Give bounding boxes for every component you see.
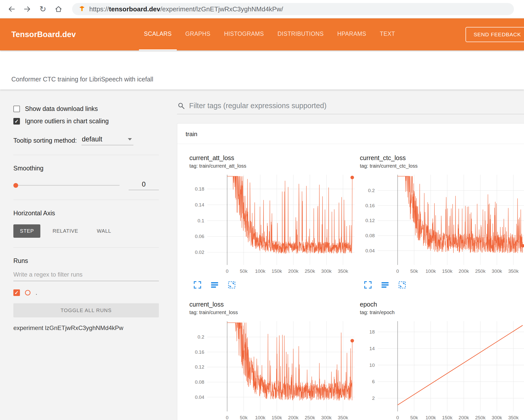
show-download-links-label: Show data download links	[25, 105, 98, 112]
run-name[interactable]: .	[36, 289, 37, 296]
fit-domain-icon[interactable]	[228, 281, 236, 289]
svg-text:250k: 250k	[475, 268, 486, 274]
svg-text:14: 14	[369, 346, 375, 351]
svg-text:0.1: 0.1	[198, 218, 204, 223]
chart-tag: tag: train/current_ctc_loss	[360, 163, 524, 169]
address-bar[interactable]: https://tensorboard.dev/experiment/lzGnE…	[72, 3, 514, 15]
tab-histograms[interactable]: HISTOGRAMS	[219, 18, 269, 50]
svg-text:18: 18	[369, 329, 375, 335]
svg-text:0.2: 0.2	[368, 188, 375, 193]
svg-text:200k: 200k	[288, 268, 299, 274]
svg-text:300k: 300k	[321, 415, 332, 420]
svg-text:0: 0	[226, 268, 228, 274]
svg-text:150k: 150k	[272, 415, 282, 420]
svg-text:250k: 250k	[305, 268, 315, 274]
run-checkbox[interactable]: ✓	[13, 289, 20, 296]
svg-text:150k: 150k	[272, 268, 282, 274]
svg-text:0.2: 0.2	[198, 334, 204, 340]
svg-text:0.14: 0.14	[195, 202, 204, 207]
axis-wall-button[interactable]: WALL	[90, 224, 118, 238]
svg-text:100k: 100k	[425, 268, 436, 274]
fit-domain-icon[interactable]	[398, 281, 406, 289]
ignore-outliers-label: Ignore outliers in chart scaling	[25, 117, 109, 125]
svg-text:100k: 100k	[425, 415, 436, 420]
chart-plot[interactable]: 0.020.060.10.140.18050k100k150k200k250k3…	[189, 173, 360, 278]
svg-text:0.02: 0.02	[195, 250, 204, 255]
chart-epoch: epoch tag: train/epoch 26101418050k100k1…	[360, 301, 524, 420]
slider-thumb[interactable]	[13, 183, 18, 188]
svg-text:0.04: 0.04	[195, 395, 204, 400]
tab-text[interactable]: TEXT	[375, 18, 400, 50]
browser-toolbar: ↻ https://tensorboard.dev/experiment/lzG…	[0, 0, 524, 18]
show-download-links-checkbox[interactable]: ✓	[13, 106, 20, 112]
tag-group-title[interactable]: train	[177, 124, 524, 144]
divider	[13, 200, 159, 200]
runs-selector-icon[interactable]	[381, 281, 389, 289]
tab-distributions[interactable]: DISTRIBUTIONS	[273, 18, 329, 50]
tab-graphs[interactable]: GRAPHS	[180, 18, 216, 50]
svg-text:100k: 100k	[255, 415, 266, 420]
smoothing-label: Smoothing	[13, 165, 159, 172]
chart-current-ctc-loss: current_ctc_loss tag: train/current_ctc_…	[360, 154, 524, 289]
smoothing-slider-row: 0	[13, 181, 159, 190]
tooltip-sorting-select[interactable]: default	[81, 135, 133, 145]
svg-text:250k: 250k	[475, 415, 486, 420]
svg-text:150k: 150k	[442, 268, 453, 274]
toggle-all-runs-button[interactable]: TOGGLE ALL RUNS	[13, 303, 159, 317]
chart-current-loss: current_loss tag: train/current_loss 0.0…	[189, 301, 360, 420]
tab-hparams[interactable]: HPARAMS	[332, 18, 371, 50]
chart-toolbar	[360, 281, 524, 289]
smoothing-value-field[interactable]: 0	[129, 181, 159, 190]
charts-grid: current_att_loss tag: train/current_att_…	[177, 144, 524, 420]
axis-step-button[interactable]: STEP	[13, 224, 40, 238]
svg-text:0.06: 0.06	[195, 234, 204, 239]
svg-text:350k: 350k	[338, 268, 348, 274]
home-icon[interactable]	[53, 4, 64, 15]
tag-filter-input[interactable]: Filter tags (regular expressions support…	[189, 102, 327, 110]
chart-title: current_att_loss	[189, 154, 360, 162]
run-row: ✓ .	[13, 289, 159, 296]
runs-regex-input[interactable]: Write a regex to filter runs	[13, 271, 159, 281]
chart-plot[interactable]: 0.040.080.120.160.2050k100k150k200k250k3…	[360, 173, 524, 278]
svg-text:100k: 100k	[255, 268, 266, 274]
axis-relative-button[interactable]: RELATIVE	[46, 224, 85, 238]
svg-text:50k: 50k	[240, 415, 248, 420]
tooltip-sorting-row: Tooltip sorting method: default	[13, 135, 159, 145]
experiment-title: Conformer CTC training for LibriSpeech w…	[11, 76, 153, 83]
svg-text:350k: 350k	[338, 415, 348, 420]
forward-icon[interactable]	[22, 4, 33, 15]
divider	[13, 155, 159, 155]
chart-tag: tag: train/current_att_loss	[189, 163, 360, 169]
back-icon[interactable]	[6, 4, 17, 15]
svg-text:350k: 350k	[508, 415, 519, 420]
experiment-subtitle-bar: Conformer CTC training for LibriSpeech w…	[0, 50, 524, 89]
horizontal-axis-label: Horizontal Axis	[13, 209, 159, 217]
svg-text:50k: 50k	[240, 268, 248, 274]
send-feedback-button[interactable]: SEND FEEDBACK	[465, 27, 524, 42]
slider-track	[15, 185, 120, 186]
expand-chart-icon[interactable]	[193, 281, 201, 289]
ignore-outliers-checkbox[interactable]: ✓	[13, 118, 20, 125]
tab-scalars[interactable]: SCALARS	[139, 18, 177, 50]
tag-group-card-train: train current_att_loss tag: train/curren…	[177, 123, 524, 420]
reload-icon[interactable]: ↻	[37, 4, 48, 15]
experiment-id: experiment lzGnETjwRxC3yghNMd4kPw	[13, 324, 159, 332]
svg-text:0: 0	[396, 268, 399, 274]
app-header: TensorBoard.dev SCALARS GRAPHS HISTOGRAM…	[0, 18, 524, 50]
horizontal-axis-buttons: STEP RELATIVE WALL	[13, 224, 159, 238]
svg-text:250k: 250k	[305, 415, 315, 420]
runs-label: Runs	[13, 257, 159, 264]
runs-selector-icon[interactable]	[211, 281, 219, 289]
svg-text:200k: 200k	[459, 415, 469, 420]
svg-text:2: 2	[372, 396, 375, 401]
smoothing-slider[interactable]	[13, 183, 120, 188]
expand-chart-icon[interactable]	[364, 281, 372, 289]
chart-tag: tag: train/current_loss	[189, 309, 360, 316]
svg-text:200k: 200k	[459, 268, 469, 274]
svg-text:200k: 200k	[288, 415, 299, 420]
svg-text:10: 10	[369, 363, 375, 368]
main-nav: SCALARS GRAPHS HISTOGRAMS DISTRIBUTIONS …	[139, 18, 404, 50]
chart-plot[interactable]: 26101418050k100k150k200k250k300k350k	[360, 319, 524, 420]
chart-plot[interactable]: 0.040.080.120.160.2050k100k150k200k250k3…	[189, 319, 360, 420]
svg-text:0: 0	[226, 415, 228, 420]
